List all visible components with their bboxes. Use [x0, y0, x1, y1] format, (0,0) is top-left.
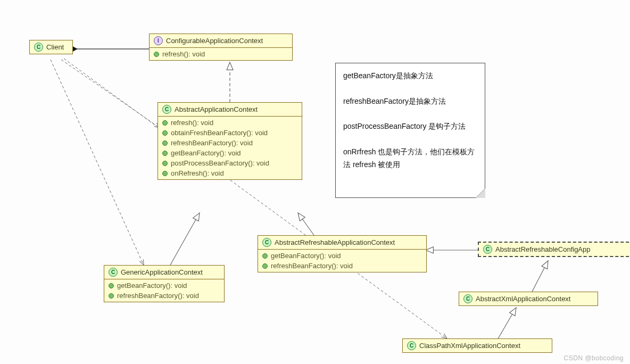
note-line: getBeanFactory是抽象方法 [343, 70, 477, 82]
member-label: getBeanFactory(): void [171, 149, 241, 157]
member-label: refresh(): void [162, 50, 205, 58]
class-title: ConfigurableApplicationContext [166, 37, 263, 45]
visibility-dot-icon [262, 263, 268, 269]
class-title: GenericApplicationContext [121, 268, 203, 276]
member-row: refresh(): void [158, 118, 302, 128]
interface-configurable-application-context[interactable]: I ConfigurableApplicationContext refresh… [149, 34, 293, 61]
member-label: refreshBeanFactory(): void [271, 262, 353, 270]
visibility-dot-icon [162, 171, 168, 176]
member-row: refreshBeanFactory(): void [104, 291, 224, 301]
class-abstract-xml-application-context[interactable]: C AbstractXmlApplicationContext [459, 292, 598, 306]
visibility-dot-icon [154, 52, 159, 57]
edges-layer [0, 0, 630, 364]
edge-client-dep-generic [51, 60, 144, 265]
member-row: postProcessBeanFactory(): void [158, 158, 302, 168]
class-generic-application-context[interactable]: C GenericApplicationContext getBeanFacto… [104, 265, 225, 302]
edge-absxml-extends-absrefreshconfig [532, 261, 548, 292]
member-label: getBeanFactory(): void [271, 252, 341, 260]
watermark: CSDN @bobcoding [564, 354, 624, 362]
member-row: onRefresh(): void [158, 168, 302, 178]
class-title: Client [46, 43, 64, 51]
member-label: getBeanFactory(): void [117, 282, 187, 289]
class-icon: C [262, 238, 271, 247]
class-icon: C [483, 245, 492, 254]
member-label: onRefresh(): void [171, 169, 224, 177]
class-icon: C [109, 268, 118, 277]
class-abstract-application-context[interactable]: C AbstractApplicationContext refresh(): … [158, 102, 302, 180]
member-row: refreshBeanFactory(): void [258, 261, 426, 271]
visibility-dot-icon [109, 293, 114, 299]
class-title: AbstractRefreshableApplicationContext [275, 238, 395, 246]
member-label: refreshBeanFactory(): void [171, 139, 253, 147]
class-title: AbstractXmlApplicationContext [476, 295, 570, 303]
member-row: refreshBeanFactory(): void [158, 138, 302, 148]
class-icon: C [162, 105, 171, 114]
edge-client-dep-abstract [61, 60, 160, 128]
note-line: postProcessBeanFactory 是钩子方法 [343, 120, 477, 133]
edge-absrefresh-extends-abstract [298, 213, 314, 235]
visibility-dot-icon [262, 253, 268, 259]
interface-icon: I [154, 36, 163, 45]
edge-generic-extends-abstract [170, 213, 200, 265]
member-label: postProcessBeanFactory(): void [171, 159, 269, 167]
note-line: refreshBeanFactory是抽象方法 [343, 95, 477, 108]
visibility-dot-icon [162, 161, 168, 166]
edge-cpxml-extends-absxml [498, 308, 516, 340]
member-row: getBeanFactory(): void [158, 148, 302, 158]
member-row: obtainFreshBeanFactory(): void [158, 128, 302, 138]
member-row: getBeanFactory(): void [104, 280, 224, 291]
class-title: AbstractApplicationContext [175, 105, 258, 113]
uml-canvas: { "boxes": { "client": { "title": "Clien… [0, 0, 630, 364]
class-abstract-refreshable-application-context[interactable]: C AbstractRefreshableApplicationContext … [258, 235, 427, 272]
class-title: ClassPathXmlApplicationContext [419, 342, 520, 350]
visibility-dot-icon [109, 283, 114, 288]
member-row: getBeanFactory(): void [258, 251, 426, 261]
class-classpath-xml-application-context[interactable]: C ClassPathXmlApplicationContext [402, 338, 552, 353]
member-label: obtainFreshBeanFactory(): void [171, 129, 268, 137]
class-icon: C [407, 341, 416, 350]
member-row: refresh(): void [150, 49, 292, 59]
uml-note: getBeanFactory是抽象方法 refreshBeanFactory是抽… [335, 63, 485, 198]
class-title: AbstractRefreshableConfigApp [495, 245, 591, 253]
member-label: refreshBeanFactory(): void [117, 292, 199, 300]
class-icon: C [463, 294, 473, 303]
class-icon: C [34, 43, 43, 52]
visibility-dot-icon [162, 151, 168, 156]
visibility-dot-icon [162, 130, 168, 136]
member-label: refresh(): void [171, 119, 213, 127]
visibility-dot-icon [162, 140, 168, 146]
visibility-dot-icon [162, 120, 168, 126]
class-client[interactable]: C Client [29, 40, 73, 54]
class-abstract-refreshable-config-app[interactable]: C AbstractRefreshableConfigApp [478, 242, 630, 257]
note-line: onRrfresh 也是钩子方法，他们在模板方法 refresh 被使用 [343, 146, 477, 171]
